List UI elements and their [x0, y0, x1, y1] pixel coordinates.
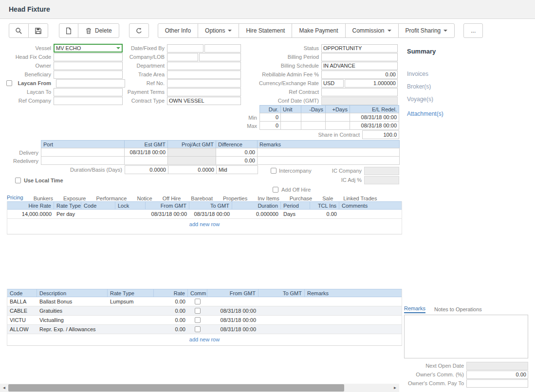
hire-statement-button[interactable]: Hire Statement: [239, 23, 292, 38]
to-gmt-cell[interactable]: [258, 325, 305, 334]
add-off-hire-checkbox[interactable]: [273, 187, 278, 193]
max-minus-days-cell[interactable]: [301, 121, 326, 130]
ref-contract-field[interactable]: [321, 88, 398, 96]
redelivery-port-cell[interactable]: [41, 156, 125, 165]
trade-area-field[interactable]: [167, 71, 241, 79]
max-plus-days-cell[interactable]: [325, 121, 350, 130]
to-gmt-cell[interactable]: [258, 306, 305, 315]
redelivery-proj-act-cell[interactable]: [167, 156, 216, 165]
owners-comm-pay-to-field[interactable]: [466, 379, 528, 388]
commission-button[interactable]: Commission: [345, 23, 399, 38]
max-unit-cell[interactable]: [280, 121, 301, 130]
description-cell[interactable]: Ballast Bonus: [37, 297, 108, 306]
new-document-button[interactable]: [59, 23, 78, 38]
from-gmt-cell[interactable]: 08/31/18 00:00: [207, 325, 258, 334]
profit-sharing-button[interactable]: Profit Sharing: [398, 23, 455, 38]
billing-schedule-field[interactable]: IN ADVANCE: [321, 62, 398, 70]
remarks-cell[interactable]: [305, 325, 403, 334]
currency-field[interactable]: USD: [321, 79, 344, 88]
other-info-button[interactable]: Other Info: [158, 23, 198, 38]
lock-cell[interactable]: [115, 210, 146, 218]
fixed-by-field[interactable]: [204, 44, 241, 53]
conf-date-field[interactable]: [321, 97, 398, 105]
beneficiary-field[interactable]: [54, 71, 123, 79]
intercompany-checkbox[interactable]: [271, 168, 277, 174]
owners-comm-field[interactable]: 0.00: [466, 371, 528, 379]
min-dur-cell[interactable]: 0: [259, 113, 281, 122]
rate-type-cell[interactable]: [108, 316, 154, 324]
ref-company-field[interactable]: [54, 97, 123, 105]
scroll-track[interactable]: [8, 384, 391, 392]
min-el-redel-cell[interactable]: 08/31/18 00:00: [350, 113, 399, 122]
to-gmt-cell[interactable]: 08/31/18 00:00: [189, 210, 232, 218]
delivery-est-gmt-cell[interactable]: 08/31/18 00:00: [124, 148, 168, 157]
remarks-cell[interactable]: [305, 297, 403, 306]
delivery-remarks-cell[interactable]: [257, 148, 400, 157]
save-button[interactable]: [28, 23, 48, 38]
rate-cell[interactable]: 0.00: [154, 306, 188, 315]
charge-row-balla[interactable]: BALLA Ballast Bonus Lumpsum 0.00: [7, 297, 402, 306]
ic-adj-field[interactable]: [364, 176, 399, 184]
comm-checkbox[interactable]: [195, 299, 201, 304]
use-local-time-checkbox[interactable]: [15, 178, 21, 183]
pricing-add-new-row-link[interactable]: add new row: [7, 219, 402, 230]
min-minus-days-cell[interactable]: [301, 113, 326, 122]
redelivery-remarks-cell[interactable]: [257, 156, 400, 165]
make-payment-button[interactable]: Make Payment: [292, 23, 345, 38]
rate-cell[interactable]: 0.00: [154, 325, 188, 334]
delivery-difference-cell[interactable]: 0.00: [216, 148, 258, 157]
to-gmt-cell[interactable]: [258, 297, 305, 306]
status-field[interactable]: OPPORTUNITY: [321, 44, 398, 53]
code-cell[interactable]: ALLOW: [7, 325, 37, 334]
laycan-to-field[interactable]: [54, 88, 123, 96]
ic-company-field[interactable]: [364, 167, 399, 175]
code-cell[interactable]: [81, 210, 115, 218]
laycan-from-checkbox[interactable]: [6, 80, 12, 86]
share-in-contract-cell[interactable]: 100.0: [362, 130, 399, 139]
description-cell[interactable]: Repr. Exp. / Allowances: [37, 325, 108, 334]
remarks-textarea[interactable]: [404, 315, 528, 358]
delivery-port-cell[interactable]: [41, 148, 125, 157]
from-gmt-cell[interactable]: 08/31/18 00:00: [207, 306, 258, 315]
duration-v2-cell[interactable]: 0.0000: [168, 165, 217, 174]
laycan-from-field[interactable]: [56, 79, 125, 88]
max-el-redel-cell[interactable]: 08/31/18 00:00: [350, 121, 399, 130]
redelivery-est-gmt-cell[interactable]: [124, 156, 168, 165]
to-gmt-cell[interactable]: [258, 316, 305, 324]
rate-type-cell[interactable]: [108, 325, 154, 334]
comm-checkbox[interactable]: [195, 326, 201, 332]
pricing-row[interactable]: 14,000.0000 Per day 08/31/18 00:00 08/31…: [7, 210, 402, 219]
redelivery-difference-cell[interactable]: 0.00: [216, 156, 258, 165]
description-cell[interactable]: Gratuities: [37, 306, 108, 315]
min-plus-days-cell[interactable]: [325, 113, 350, 122]
tab-notes-to-operations[interactable]: Notes to Operations: [434, 306, 482, 313]
duration-cell[interactable]: 0.000000: [232, 210, 281, 218]
code-cell[interactable]: VICTU: [7, 316, 37, 324]
summary-link-brokers[interactable]: Broker(s): [407, 83, 524, 90]
max-dur-cell[interactable]: 0: [259, 121, 281, 130]
company-field[interactable]: [167, 53, 198, 61]
code-cell[interactable]: CABLE: [7, 306, 37, 315]
rate-cell[interactable]: 0.00: [154, 316, 188, 324]
more-button[interactable]: ...: [463, 23, 483, 38]
options-button[interactable]: Options: [198, 23, 239, 38]
comm-checkbox[interactable]: [195, 308, 201, 314]
charge-row-cable[interactable]: CABLE Gratuities 0.00 08/31/18 00:00: [7, 306, 402, 316]
next-open-date-field[interactable]: [466, 362, 528, 370]
head-fix-code-field[interactable]: [54, 53, 123, 61]
rate-type-cell[interactable]: Lumpsum: [108, 297, 154, 306]
charge-row-victu[interactable]: VICTU Victualling 0.00 08/31/18 00:00: [7, 316, 402, 325]
period-cell[interactable]: Days: [281, 210, 310, 218]
refresh-button[interactable]: [129, 23, 149, 38]
summary-link-invoices[interactable]: Invoices: [407, 71, 524, 77]
scroll-right-button[interactable]: ►: [391, 384, 399, 392]
date-field[interactable]: [167, 44, 203, 53]
ref-no-field[interactable]: [167, 79, 241, 88]
tab-remarks[interactable]: Remarks: [404, 305, 425, 313]
rate-type-cell[interactable]: [108, 306, 154, 315]
description-cell[interactable]: Victualling: [37, 316, 108, 324]
lob-field[interactable]: [199, 53, 241, 61]
owner-field[interactable]: [54, 62, 123, 70]
scroll-left-button[interactable]: ◄: [0, 384, 8, 392]
duration-v1-cell[interactable]: 0.0000: [125, 165, 168, 174]
